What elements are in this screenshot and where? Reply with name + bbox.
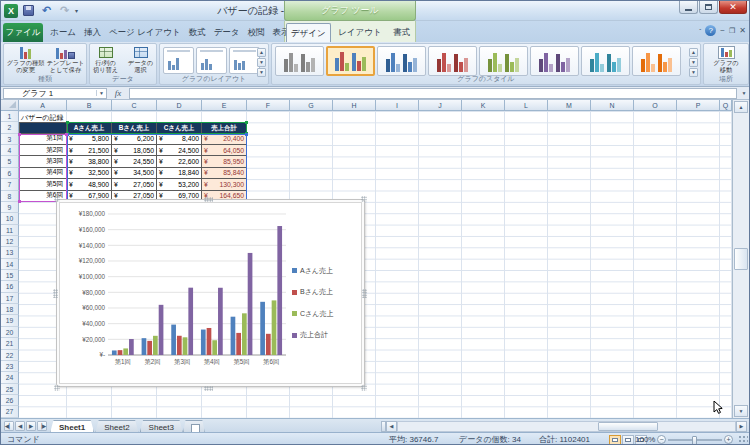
cell-A2[interactable] — [19, 122, 67, 133]
chart-style-green[interactable] — [479, 46, 528, 76]
cell-B5[interactable]: ¥38,800 — [67, 156, 112, 167]
cell-E7[interactable]: ¥130,300 — [202, 179, 247, 190]
cell-B4[interactable]: ¥21,500 — [67, 145, 112, 156]
move-chart-button[interactable]: グラフの移動 — [706, 45, 746, 75]
chart-style-blue[interactable] — [377, 46, 426, 76]
tab-1[interactable]: 挿入 — [80, 23, 105, 42]
book-restore-icon[interactable]: ❐ — [729, 27, 735, 35]
tab-contextual-0[interactable]: デザイン — [286, 23, 331, 42]
zoom-thumb[interactable] — [692, 436, 697, 445]
normal-view-icon[interactable] — [609, 435, 621, 445]
cell-A5[interactable]: 第3回 — [19, 156, 67, 167]
cell-E6[interactable]: ¥85,840 — [202, 168, 247, 179]
formula-bar-expand-icon[interactable]: ▼ — [739, 90, 749, 96]
legend-item-0[interactable]: Aさん売上 — [292, 260, 333, 282]
row-header-12[interactable]: 12 — [1, 236, 19, 247]
switch-row-column-button[interactable]: 行/列の切り替え — [87, 45, 124, 75]
cell-C4[interactable]: ¥18,050 — [112, 145, 157, 156]
column-header-N[interactable]: N — [591, 100, 634, 111]
row-header-27[interactable]: 27 — [1, 406, 19, 417]
row-header-23[interactable]: 23 — [1, 361, 19, 372]
chart[interactable]: ¥-¥20,000¥40,000¥60,000¥80,000¥100,000¥1… — [59, 202, 362, 384]
row-header-1[interactable]: 1 — [1, 111, 19, 122]
cell-D5[interactable]: ¥22,600 — [157, 156, 202, 167]
excel-logo-icon[interactable]: X — [4, 4, 18, 18]
zoom-level[interactable]: 100% — [635, 433, 655, 445]
cell-E2[interactable]: 売上合計 — [202, 122, 247, 133]
zoom-out-icon[interactable]: − — [657, 435, 666, 444]
book-close-icon[interactable]: ✕ — [739, 26, 746, 35]
save-icon[interactable] — [21, 3, 36, 18]
horizontal-scroll-thumb[interactable] — [598, 422, 658, 431]
minimize-ribbon-icon[interactable]: ˆ — [699, 28, 701, 34]
cell-D2[interactable]: Cさん売上 — [157, 122, 202, 133]
insert-function-icon[interactable]: fx — [107, 88, 129, 98]
save-as-template-button[interactable]: テンプレートとして保存 — [46, 45, 85, 75]
column-header-K[interactable]: K — [462, 100, 505, 111]
tab-file[interactable]: ファイル — [3, 23, 43, 42]
redo-icon[interactable]: ↷ — [57, 3, 72, 18]
layout-scroll-up-icon[interactable]: ▲ — [257, 48, 266, 57]
column-header-M[interactable]: M — [548, 100, 591, 111]
book-minimize-icon[interactable]: − — [720, 26, 725, 35]
help-icon[interactable]: ? — [705, 25, 716, 36]
cell-B2[interactable]: Aさん売上 — [67, 122, 112, 133]
tab-2[interactable]: ページ レイアウト — [105, 23, 185, 42]
chart-frame-handle[interactable] — [204, 386, 213, 391]
qat-customize-icon[interactable]: ▾ — [75, 7, 78, 14]
chart-style-teal[interactable] — [581, 46, 630, 76]
chart-layout-2[interactable] — [196, 47, 227, 74]
cell-C5[interactable]: ¥24,550 — [112, 156, 157, 167]
column-header-L[interactable]: L — [505, 100, 548, 111]
minimize-button[interactable] — [679, 1, 698, 14]
chart-frame-handle[interactable] — [362, 289, 367, 298]
column-header-H[interactable]: H — [333, 100, 376, 111]
chart-layout-1[interactable] — [163, 47, 194, 74]
scroll-right-icon[interactable]: ▶ — [736, 421, 747, 432]
cell-D6[interactable]: ¥18,840 — [157, 168, 202, 179]
undo-icon[interactable]: ↶ — [39, 3, 54, 18]
last-sheet-icon[interactable]: ▕▶ — [37, 421, 47, 431]
column-header-A[interactable]: A — [19, 100, 67, 111]
chart-style-orange[interactable] — [632, 46, 681, 76]
row-header-6[interactable]: 6 — [1, 168, 19, 179]
chart-style-mono[interactable] — [275, 46, 324, 76]
style-scroll-up-icon[interactable]: ▲ — [689, 48, 698, 57]
row-header-26[interactable]: 26 — [1, 395, 19, 406]
cell-B6[interactable]: ¥32,500 — [67, 168, 112, 179]
row-header-20[interactable]: 20 — [1, 327, 19, 338]
chart-style-color[interactable] — [326, 46, 375, 76]
cell-E5[interactable]: ¥85,950 — [202, 156, 247, 167]
scroll-left-icon[interactable]: ◀ — [386, 421, 397, 432]
row-header-9[interactable]: 9 — [1, 202, 19, 213]
chart-frame-handle[interactable] — [54, 385, 60, 391]
row-header-11[interactable]: 11 — [1, 225, 19, 236]
tab-3[interactable]: 数式 — [185, 23, 210, 42]
chart-style-purple[interactable] — [530, 46, 579, 76]
cell-D3[interactable]: ¥8,400 — [157, 134, 202, 145]
legend-item-3[interactable]: 売上合計 — [292, 325, 333, 347]
legend-item-2[interactable]: Cさん売上 — [292, 303, 333, 325]
chart-style-red[interactable] — [428, 46, 477, 76]
column-header-E[interactable]: E — [202, 100, 247, 111]
row-header-10[interactable]: 10 — [1, 213, 19, 224]
change-chart-type-button[interactable]: グラフの種類の変更 — [6, 45, 45, 75]
name-box[interactable]: グラフ 1 ▼ — [3, 88, 107, 99]
name-box-dropdown-icon[interactable]: ▼ — [96, 90, 104, 96]
chart-frame-handle[interactable] — [361, 385, 367, 391]
cell-B7[interactable]: ¥48,900 — [67, 179, 112, 190]
zoom-in-icon[interactable]: + — [724, 435, 733, 444]
column-header-G[interactable]: G — [290, 100, 333, 111]
chart-frame-handle[interactable] — [361, 196, 367, 202]
column-header-F[interactable]: F — [247, 100, 290, 111]
column-header-J[interactable]: J — [419, 100, 462, 111]
scroll-up-icon[interactable]: ▲ — [734, 101, 748, 113]
cell-D7[interactable]: ¥53,200 — [157, 179, 202, 190]
resize-grip[interactable] — [738, 435, 748, 445]
page-layout-view-icon[interactable] — [622, 435, 634, 445]
chart-frame-handle[interactable] — [204, 197, 213, 202]
row-header-5[interactable]: 5 — [1, 156, 19, 167]
row-header-25[interactable]: 25 — [1, 384, 19, 395]
row-header-22[interactable]: 22 — [1, 350, 19, 361]
column-header-Q[interactable]: Q — [720, 100, 732, 111]
